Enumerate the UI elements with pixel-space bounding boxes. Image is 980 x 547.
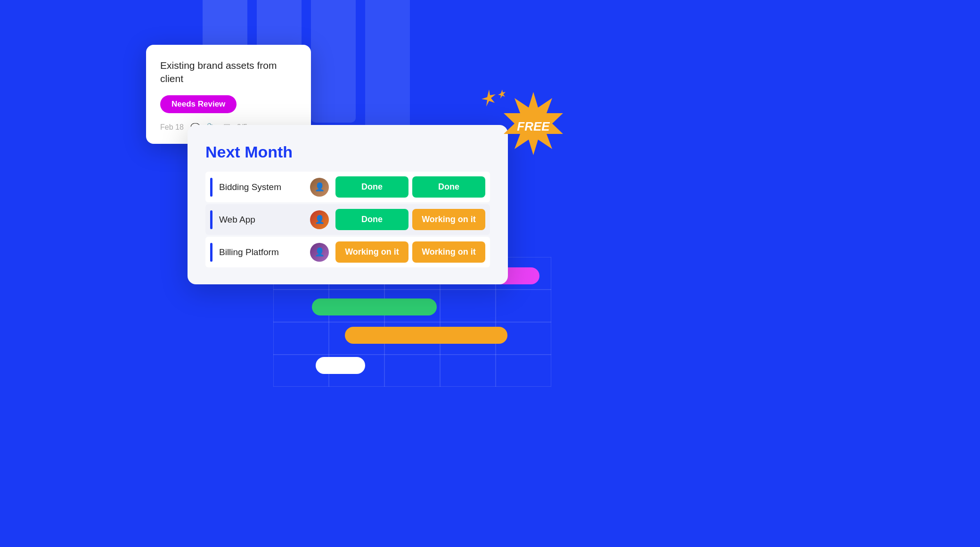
status-done-3[interactable]: Done — [335, 209, 408, 230]
avatar: 👤 — [310, 243, 329, 262]
project-name: Billing Platform — [219, 247, 310, 257]
free-badge: FREE — [499, 90, 568, 158]
status-working-1[interactable]: Working on it — [412, 209, 485, 230]
row-indicator — [210, 243, 212, 262]
row-indicator — [210, 178, 212, 197]
status-working-3[interactable]: Working on it — [412, 241, 485, 263]
status-done-2[interactable]: Done — [412, 176, 485, 198]
task-card-title: Existing brand assets from client — [160, 59, 297, 86]
project-name: Bidding System — [219, 182, 310, 192]
status-done-1[interactable]: Done — [335, 176, 408, 198]
project-name: Web App — [219, 215, 310, 225]
table-card: Next Month Bidding System 👤 Done Done We… — [188, 125, 508, 284]
status-working-2[interactable]: Working on it — [335, 241, 408, 263]
table-row: Bidding System 👤 Done Done — [205, 172, 490, 202]
avatar: 👤 — [310, 178, 329, 197]
task-card-date: Feb 18 — [160, 123, 184, 132]
row-indicator — [210, 210, 212, 229]
table-row: Billing Platform 👤 Working on it Working… — [205, 237, 490, 267]
task-card-badge[interactable]: Needs Review — [160, 95, 237, 113]
table-row: Web App 👤 Done Working on it — [205, 204, 490, 235]
free-badge-svg: FREE — [499, 90, 568, 158]
avatar: 👤 — [310, 210, 329, 229]
table-card-heading: Next Month — [205, 143, 490, 161]
svg-text:FREE: FREE — [517, 119, 550, 133]
